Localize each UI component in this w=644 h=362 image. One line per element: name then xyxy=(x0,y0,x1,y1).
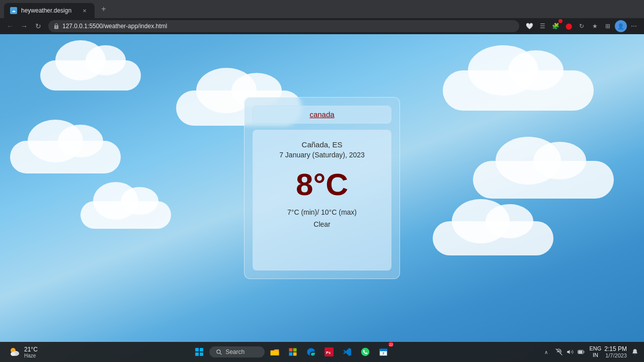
taskbar-adobe-icon[interactable]: Ps xyxy=(321,344,337,360)
notification-badge xyxy=(558,19,562,23)
url-display: 127.0.0.1:5500/weather-app/index.html xyxy=(62,23,514,30)
language-text: ENG xyxy=(589,345,601,352)
forward-button[interactable]: → xyxy=(18,20,30,32)
extensions-icon[interactable]: 🧩 xyxy=(549,20,561,32)
taskbar-whatsapp-icon[interactable] xyxy=(357,344,373,360)
language-indicator[interactable]: ENG IN xyxy=(589,345,601,358)
weather-card: Cañada, ES 7 January (Saturday), 2023 8°… xyxy=(253,130,391,270)
taskbar-left: 21°C Haze xyxy=(4,343,42,360)
taskbar-temp: 21°C xyxy=(24,346,38,353)
browser-toolbar: ← → ↻ 127.0.0.1:5500/weather-app/index.h… xyxy=(0,18,644,34)
browser-alert-icon[interactable]: ⬤ xyxy=(562,20,575,32)
win-square-1 xyxy=(195,348,199,351)
taskbar-search-button[interactable]: Search xyxy=(209,346,265,357)
date-display: 7 January (Saturday), 2023 xyxy=(261,151,383,159)
taskbar: 21°C Haze Search xyxy=(0,342,644,362)
taskbar-edge-icon[interactable] xyxy=(303,344,319,360)
bookmark-heart-icon[interactable]: 🤍 xyxy=(523,20,535,32)
taskbar-search-label: Search xyxy=(225,348,245,355)
system-tray-overflow[interactable]: ∧ xyxy=(541,347,551,357)
tab-favicon: ☁ xyxy=(10,7,17,14)
temperature-display: 8°C xyxy=(261,169,383,200)
notifications-button[interactable] xyxy=(630,347,640,357)
clock-date: 1/7/2023 xyxy=(604,352,627,358)
search-box-wrapper[interactable] xyxy=(253,106,391,124)
region-text: IN xyxy=(589,352,601,358)
taskbar-explorer-icon[interactable] xyxy=(267,344,283,360)
refresh-icon[interactable]: ↻ xyxy=(576,20,588,32)
battery-icon[interactable] xyxy=(576,347,586,357)
svg-rect-5 xyxy=(289,352,293,356)
favorites-icon[interactable]: ★ xyxy=(589,20,601,32)
browser-chrome: ☁ heyweather.design ✕ + ← → ↻ 127.0.0.1:… xyxy=(0,0,644,34)
taskbar-calendar-icon[interactable]: 7 22 xyxy=(375,344,391,360)
profile-icon[interactable]: 👤 xyxy=(615,20,627,32)
weather-container: Cañada, ES 7 January (Saturday), 2023 8°… xyxy=(244,97,400,279)
svg-rect-3 xyxy=(289,348,293,352)
win-square-4 xyxy=(200,352,203,356)
tab-title: heyweather.design xyxy=(21,7,76,14)
search-icon xyxy=(215,348,222,355)
win-square-2 xyxy=(200,348,203,351)
system-tray-icons xyxy=(554,347,586,357)
taskbar-condition: Haze xyxy=(24,353,38,358)
active-tab[interactable]: ☁ heyweather.design ✕ xyxy=(4,3,95,18)
start-button[interactable] xyxy=(191,344,207,360)
new-tab-button[interactable]: + xyxy=(97,2,111,16)
city-search-input[interactable] xyxy=(259,110,385,119)
windows-logo xyxy=(195,348,203,356)
condition-display: Clear xyxy=(261,220,383,228)
svg-rect-14 xyxy=(579,350,583,353)
lock-icon xyxy=(53,23,59,29)
page-content: Cañada, ES 7 January (Saturday), 2023 8°… xyxy=(0,34,644,342)
win-square-3 xyxy=(195,352,199,356)
svg-rect-11 xyxy=(380,349,387,351)
calendar-badge: 22 xyxy=(388,342,393,347)
clock-time: 2:15 PM xyxy=(604,345,627,352)
taskbar-vscode-icon[interactable] xyxy=(339,344,355,360)
address-bar[interactable]: 127.0.0.1:5500/weather-app/index.html xyxy=(48,20,519,32)
collections-icon[interactable]: ☰ xyxy=(536,20,548,32)
svg-point-2 xyxy=(11,352,16,356)
location-display: Cañada, ES xyxy=(261,140,383,149)
collections-sidebar-icon[interactable]: ⊞ xyxy=(602,20,614,32)
svg-text:Ps: Ps xyxy=(326,350,331,355)
settings-more-icon[interactable]: ⋯ xyxy=(628,20,640,32)
volume-icon[interactable] xyxy=(565,347,575,357)
svg-point-9 xyxy=(361,348,370,356)
taskbar-right: ∧ ENG xyxy=(541,345,640,358)
system-clock[interactable]: 2:15 PM 1/7/2023 xyxy=(604,345,627,358)
network-icon[interactable] xyxy=(554,347,564,357)
taskbar-store-icon[interactable] xyxy=(285,344,301,360)
toolbar-icons: 🤍 ☰ 🧩 ⬤ ↻ ★ ⊞ 👤 ⋯ xyxy=(523,20,640,32)
taskbar-weather-icon xyxy=(8,345,21,358)
back-button[interactable]: ← xyxy=(4,20,16,32)
tab-bar: ☁ heyweather.design ✕ + xyxy=(0,0,644,18)
svg-rect-4 xyxy=(293,348,297,352)
reload-button[interactable]: ↻ xyxy=(32,20,44,32)
svg-rect-6 xyxy=(293,352,297,356)
temp-range-display: 7°C (min)/ 10°C (max) xyxy=(261,208,383,216)
tab-close-button[interactable]: ✕ xyxy=(80,7,89,15)
taskbar-weather-widget[interactable]: 21°C Haze xyxy=(4,343,42,360)
taskbar-weather-info: 21°C Haze xyxy=(24,346,38,358)
taskbar-center: Search Ps xyxy=(42,344,541,360)
